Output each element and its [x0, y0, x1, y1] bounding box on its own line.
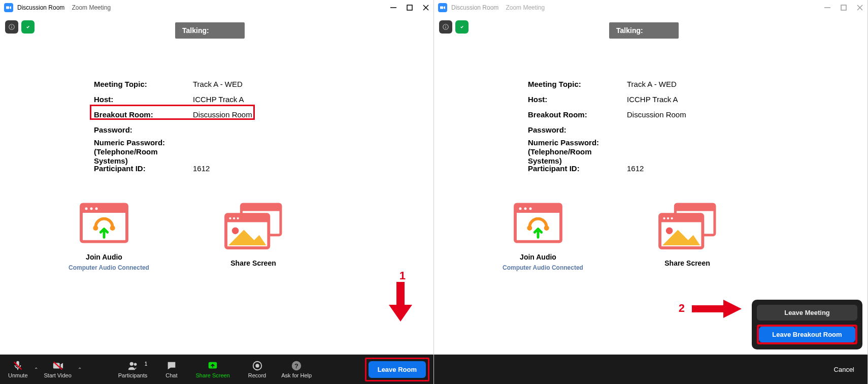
- svg-rect-35: [841, 5, 846, 10]
- zoom-logo-icon: [4, 3, 13, 12]
- chat-label: Chat: [165, 372, 177, 378]
- leave-meeting-option[interactable]: Leave Meeting: [757, 305, 857, 321]
- action-tiles: Join Audio Share Screen: [513, 201, 717, 267]
- annotation-highlight-breakout: [90, 105, 255, 120]
- window-subtitle: Zoom Meeting: [72, 4, 111, 11]
- talking-indicator: Talking:: [609, 22, 679, 39]
- svg-rect-6: [11, 26, 12, 28]
- label-numeric-password: Numeric Password: (Telephone/Room System…: [528, 138, 627, 166]
- maximize-button[interactable]: [406, 4, 413, 11]
- label-host: Host:: [94, 95, 193, 104]
- svg-point-20: [237, 217, 239, 219]
- svg-point-53: [667, 217, 669, 219]
- svg-point-47: [544, 226, 549, 231]
- cancel-button[interactable]: Cancel: [834, 366, 854, 373]
- join-audio-label: Join Audio: [86, 253, 122, 261]
- record-button[interactable]: Record: [244, 360, 270, 378]
- zoom-window-right: Discussion Room Zoom Meeting Talking: Me…: [434, 0, 868, 384]
- leave-popup: Leave Meeting Leave Breakout Room: [752, 300, 862, 349]
- share-screen-icon: [657, 201, 717, 251]
- svg-rect-15: [241, 204, 281, 211]
- share-screen-label: Share Screen: [230, 259, 276, 267]
- zoom-logo-icon: [438, 3, 447, 12]
- value-breakout-room: Discussion Room: [627, 110, 686, 119]
- video-caret-icon[interactable]: ⌃: [76, 367, 84, 372]
- start-video-label: Start Video: [44, 372, 72, 378]
- svg-rect-22: [396, 282, 405, 305]
- talking-indicator: Talking:: [175, 22, 245, 39]
- top-badges: [5, 20, 35, 34]
- ask-help-label: Ask for Help: [281, 372, 312, 378]
- svg-point-11: [95, 207, 98, 210]
- svg-point-9: [85, 207, 88, 210]
- record-label: Record: [248, 372, 266, 378]
- meeting-toolbar: Cancel: [434, 355, 867, 384]
- titlebar: Discussion Room Zoom Meeting: [434, 0, 867, 15]
- svg-text:?: ?: [294, 362, 298, 370]
- chat-button[interactable]: Chat: [161, 360, 181, 378]
- join-audio-tile[interactable]: Join Audio: [513, 201, 563, 267]
- share-screen-icon: [223, 201, 283, 251]
- svg-point-12: [93, 226, 98, 231]
- zoom-window-left: Discussion Room Zoom Meeting Talking: Me…: [0, 0, 434, 384]
- label-meeting-topic: Meeting Topic:: [94, 80, 193, 88]
- annotation-number-2: 2: [679, 302, 685, 315]
- svg-point-54: [671, 217, 673, 219]
- value-host: ICCHP Track A: [627, 95, 678, 104]
- svg-point-21: [232, 228, 239, 234]
- start-video-button[interactable]: Start Video: [40, 360, 76, 378]
- close-button[interactable]: [856, 4, 863, 11]
- info-circle-icon[interactable]: [439, 20, 452, 34]
- share-screen-label: Share Screen: [664, 259, 710, 267]
- label-participant-id: Participant ID:: [94, 164, 193, 173]
- svg-point-44: [524, 207, 527, 210]
- shield-check-icon[interactable]: [21, 20, 35, 34]
- annotation-number-1: 1: [399, 269, 406, 282]
- maximize-button[interactable]: [840, 4, 847, 11]
- share-screen-tile[interactable]: Share Screen: [657, 201, 717, 267]
- join-audio-icon: [513, 201, 563, 245]
- value-meeting-topic: Track A - WED: [193, 80, 243, 88]
- shield-check-icon[interactable]: [455, 20, 469, 34]
- join-audio-tile[interactable]: Join Audio: [79, 201, 129, 267]
- minimize-button[interactable]: [824, 4, 831, 11]
- window-title: Discussion Room: [451, 4, 498, 11]
- value-meeting-topic: Track A - WED: [627, 80, 677, 88]
- svg-rect-1: [407, 5, 412, 10]
- annotation-arrow-down-icon: [388, 282, 413, 325]
- label-password: Password:: [528, 125, 627, 134]
- share-screen-button[interactable]: Share Screen: [192, 360, 234, 378]
- svg-point-28: [133, 363, 137, 366]
- close-button[interactable]: [422, 4, 429, 11]
- join-audio-label: Join Audio: [520, 253, 556, 261]
- svg-point-5: [11, 25, 12, 26]
- share-screen-label: Share Screen: [196, 372, 230, 378]
- action-tiles: Join Audio Share Screen: [79, 201, 283, 267]
- titlebar: Discussion Room Zoom Meeting: [0, 0, 433, 15]
- value-participant-id: 1612: [193, 164, 210, 173]
- info-circle-icon[interactable]: [5, 20, 18, 34]
- label-numeric-password: Numeric Password: (Telephone/Room System…: [94, 138, 193, 166]
- label-breakout-room: Breakout Room:: [528, 110, 627, 119]
- window-subtitle: Zoom Meeting: [506, 4, 545, 11]
- svg-point-46: [527, 226, 532, 231]
- audio-caret-icon[interactable]: ⌃: [32, 367, 40, 372]
- label-meeting-topic: Meeting Topic:: [528, 80, 627, 88]
- svg-point-19: [233, 217, 235, 219]
- svg-point-39: [445, 25, 446, 26]
- minimize-button[interactable]: [390, 4, 397, 11]
- annotation-highlight-leave-breakout: Leave Breakout Room: [757, 325, 857, 344]
- unmute-button[interactable]: Unmute: [4, 360, 32, 378]
- participants-button[interactable]: 1 Participants: [114, 360, 151, 378]
- svg-point-55: [666, 228, 673, 234]
- leave-room-button[interactable]: Leave Room: [369, 361, 426, 378]
- ask-for-help-button[interactable]: ? Ask for Help: [277, 360, 316, 378]
- svg-point-31: [255, 364, 259, 367]
- svg-point-13: [110, 226, 115, 231]
- meeting-info: Meeting Topic:Track A - WED Host:ICCHP T…: [528, 76, 686, 176]
- label-host: Host:: [528, 95, 627, 104]
- share-screen-tile[interactable]: Share Screen: [223, 201, 283, 267]
- leave-breakout-room-option[interactable]: Leave Breakout Room: [759, 327, 855, 342]
- svg-rect-56: [692, 305, 723, 312]
- svg-point-52: [663, 217, 665, 219]
